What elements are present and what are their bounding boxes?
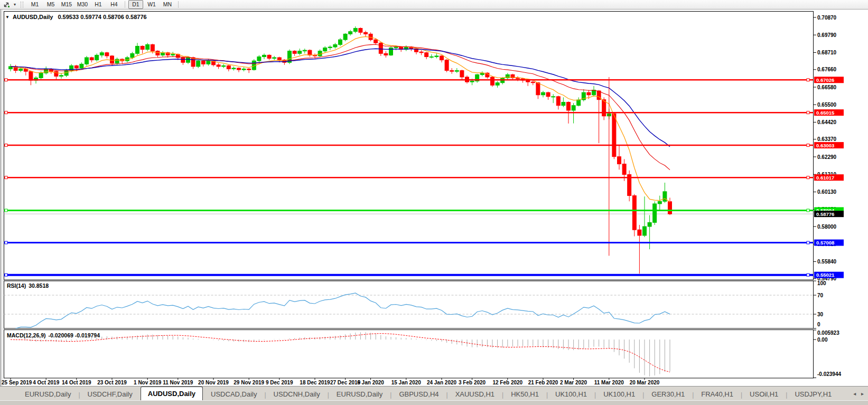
candle-body — [419, 52, 423, 53]
candle-body — [328, 47, 332, 48]
timeframe-m15-button[interactable]: M15 — [59, 0, 74, 9]
hline-anchor — [5, 176, 7, 179]
tab-fra40-h1[interactable]: FRA40,H1 — [694, 389, 740, 400]
tabs-scroll-left-icon[interactable]: ◂ — [853, 391, 856, 397]
candle-body — [277, 58, 281, 60]
candle-body — [333, 44, 337, 47]
candle-body — [39, 73, 43, 78]
candle-body — [536, 83, 540, 95]
price-badge-0.55021-text: 0.55021 — [816, 272, 835, 278]
tab-audusd-daily[interactable]: AUDUSD,Daily — [141, 387, 203, 400]
chart-tabs-bar: EURUSD,Daily|USDCHF,DailyAUDUSD,DailyUSD… — [0, 386, 868, 400]
tab-uk100-h1[interactable]: UK100,H1 — [596, 389, 642, 400]
chart-canvas[interactable]: ▼ AUDUSD,Daily0.59533 0.59774 0.58706 0.… — [0, 10, 868, 386]
candle-body — [207, 61, 210, 64]
candle-body — [618, 157, 621, 164]
candle-body — [298, 51, 302, 54]
candle-body — [379, 43, 382, 53]
price-axis-label: 0.70870 — [817, 15, 837, 21]
tab-gbpusd-h4[interactable]: GBPUSD,H4 — [392, 389, 445, 400]
hline-anchor — [5, 209, 7, 212]
timeframe-m5-button[interactable]: M5 — [43, 0, 58, 9]
rsi-axis-label: 30 — [817, 312, 824, 317]
candle — [252, 59, 256, 71]
macd-axis-label: 0.005923 — [817, 330, 839, 336]
rsi-axis-label: 70 — [817, 293, 824, 298]
timeframe-m1-button[interactable]: M1 — [27, 0, 42, 9]
candle-body — [141, 46, 144, 49]
candle-body — [602, 100, 606, 116]
timeframe-h4-button[interactable]: H4 — [107, 0, 122, 9]
toolbar-grip[interactable] — [21, 2, 23, 8]
date-axis-label: 2 Mar 2020 — [560, 380, 587, 385]
tab-uk100-h1[interactable]: UK100,H1 — [548, 389, 594, 400]
tab-hk50-h1[interactable]: HK50,H1 — [504, 389, 546, 400]
candle — [612, 113, 616, 159]
tab-eurusd-daily[interactable]: EURUSD,Daily — [330, 389, 389, 400]
current-price-badge: 0.58776 — [814, 211, 844, 217]
timeframe-w1-button[interactable]: W1 — [144, 0, 159, 9]
candle-body — [222, 65, 226, 67]
date-axis-label: 24 Jan 2020 — [427, 380, 457, 385]
tab-xauusd-h1[interactable]: XAUUSD,H1 — [449, 389, 501, 400]
date-axis-label: 14 Oct 2019 — [62, 380, 91, 385]
candle-body — [359, 29, 362, 33]
candle-body — [343, 34, 347, 40]
tab-usoil-h1[interactable]: USOil,H1 — [743, 389, 785, 400]
candle-body — [242, 69, 246, 70]
timeframe-m30-button[interactable]: M30 — [75, 0, 90, 9]
tab-usdchf-daily[interactable]: USDCHF,Daily — [81, 389, 139, 400]
price-badge-0.65015: 0.65015 — [814, 109, 844, 116]
candle-body — [648, 222, 651, 227]
status-strip — [0, 400, 868, 405]
candle — [389, 46, 393, 55]
timeframe-d1-button[interactable]: D1 — [128, 0, 143, 9]
candle-body — [542, 92, 545, 95]
chart-menu-triangle[interactable]: ▼ — [5, 15, 10, 20]
candle — [632, 194, 636, 236]
price-badge-0.61017: 0.61017 — [814, 174, 844, 181]
tab-usdcad-daily[interactable]: USDCAD,Daily — [204, 389, 264, 400]
tab-usdjpy-h1[interactable]: USDJPY,H1 — [788, 389, 838, 400]
chart-tools-dropdown-caret[interactable]: ▾ — [12, 2, 18, 7]
hline-anchor — [807, 176, 809, 179]
candle-body — [339, 40, 342, 44]
time-axis: 25 Sep 20194 Oct 201914 Oct 201923 Oct 2… — [2, 378, 660, 385]
price-axis-label: 0.66580 — [817, 84, 837, 90]
price-axis-label: 0.63370 — [817, 136, 837, 142]
candle-body — [29, 71, 33, 80]
candle-body — [181, 58, 185, 62]
date-axis-label: 6 Jan 2020 — [357, 380, 384, 385]
candle-body — [227, 65, 230, 69]
hline-anchor — [5, 144, 7, 147]
current-price-badge-text: 0.58776 — [816, 211, 834, 217]
candle-body — [267, 55, 271, 58]
price-axis-label: 0.69790 — [817, 32, 837, 38]
timeframe-h1-button[interactable]: H1 — [91, 0, 106, 9]
candle-body — [293, 51, 296, 54]
price-badge-0.61017-text: 0.61017 — [816, 175, 834, 181]
date-axis-label: 21 Feb 2020 — [528, 380, 558, 385]
rsi-axis-label: 0 — [817, 322, 820, 327]
candle-body — [303, 50, 306, 51]
price-axis-label: 0.67660 — [817, 67, 837, 72]
date-axis-label: 27 Dec 2019 — [330, 380, 361, 385]
hline-anchor — [807, 144, 809, 147]
candle-body — [597, 91, 601, 100]
tab-ger30-h1[interactable]: GER30,H1 — [645, 389, 692, 400]
price-axis-label: 0.62290 — [817, 154, 837, 160]
hline-anchor — [807, 241, 809, 244]
candle-body — [349, 32, 352, 34]
chart-tools-icon[interactable] — [1, 1, 12, 9]
price-badge-0.57008: 0.57008 — [814, 240, 844, 246]
price-badge-0.63003: 0.63003 — [814, 142, 844, 148]
candle-body — [556, 97, 560, 106]
date-axis-label: 12 Feb 2020 — [492, 380, 522, 385]
tab-usdcnh-daily[interactable]: USDCNH,Daily — [267, 389, 327, 400]
timeframe-mn-button[interactable]: MN — [160, 0, 175, 9]
price-axis-label: 0.60130 — [817, 189, 837, 195]
diagonal-arrows-icon — [3, 1, 10, 8]
tab-eurusd-daily[interactable]: EURUSD,Daily — [18, 389, 78, 400]
tabs-scroll-right-icon[interactable]: ▸ — [861, 391, 864, 397]
price-badge-0.57008-text: 0.57008 — [816, 240, 834, 246]
